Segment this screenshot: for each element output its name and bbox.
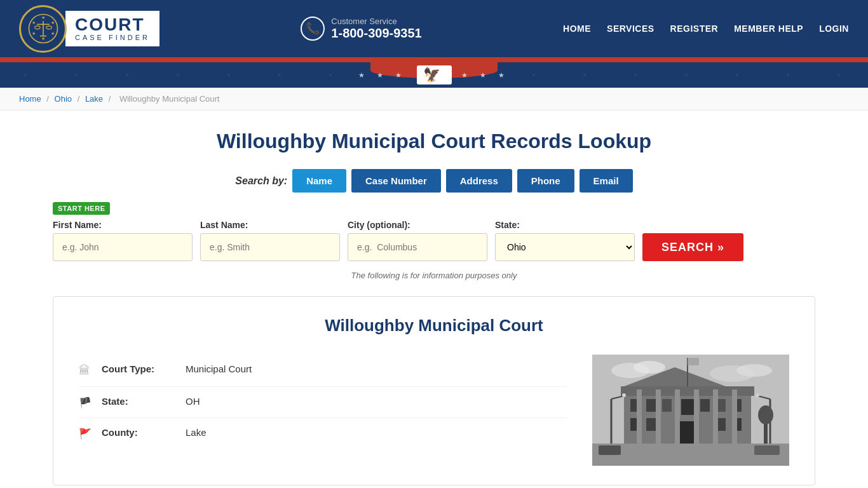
- banner-eagle: ★ ★ ★ 🦅 ★ ★ ★: [358, 65, 509, 85]
- court-type-value: Municipal Court: [186, 363, 252, 374]
- nav-login[interactable]: LOGIN: [819, 24, 849, 34]
- star-left: ★ ★ ★: [358, 71, 407, 79]
- court-type-icon: 🏛: [79, 364, 94, 377]
- svg-rect-34: [675, 390, 680, 444]
- breadcrumb-home[interactable]: Home: [19, 94, 41, 104]
- court-county-value: Lake: [186, 427, 207, 438]
- page-title: Willoughby Municipal Court Records Looku…: [53, 130, 815, 153]
- svg-rect-23: [700, 399, 710, 412]
- svg-text:★: ★: [32, 20, 36, 25]
- svg-rect-20: [646, 399, 656, 412]
- phone-number: 1-800-309-9351: [331, 26, 421, 41]
- svg-rect-32: [637, 390, 642, 444]
- tab-name[interactable]: Name: [292, 169, 346, 193]
- state-group: State: Ohio Alabama Alaska Arizona Calif…: [495, 220, 635, 261]
- star-right: ★ ★ ★: [461, 71, 510, 79]
- svg-rect-27: [646, 418, 656, 431]
- state-select[interactable]: Ohio Alabama Alaska Arizona California F…: [495, 233, 635, 261]
- last-name-input[interactable]: [200, 233, 340, 261]
- court-state-value: OH: [186, 396, 200, 407]
- svg-point-46: [756, 393, 759, 397]
- svg-rect-33: [656, 390, 661, 444]
- court-county-label: County:: [102, 427, 178, 438]
- svg-rect-48: [754, 445, 780, 455]
- main-nav: HOME SERVICES REGISTER MEMBER HELP LOGIN: [563, 24, 849, 34]
- customer-service-label: Customer Service: [331, 17, 421, 26]
- tab-email[interactable]: Email: [580, 169, 633, 193]
- nav-register[interactable]: REGISTER: [670, 24, 719, 34]
- court-county-row: 🚩 County: Lake: [79, 418, 567, 449]
- svg-rect-36: [713, 390, 718, 444]
- search-by-area: Search by: Name Case Number Address Phon…: [53, 169, 815, 193]
- svg-text:★: ★: [41, 15, 45, 20]
- site-header: ★ ★ ★ ★ ★ ★ COURT CASE FINDER 📞 Custo: [0, 0, 868, 57]
- breadcrumb-ohio[interactable]: Ohio: [55, 94, 72, 104]
- logo-text: COURT CASE FINDER: [65, 11, 159, 46]
- first-name-label: First Name:: [53, 220, 193, 230]
- svg-point-10: [46, 26, 51, 29]
- court-image: [592, 355, 789, 466]
- eagle-icon: 🦅: [417, 65, 452, 85]
- state-label: State:: [495, 220, 635, 230]
- tab-phone[interactable]: Phone: [517, 169, 574, 193]
- nav-member-help[interactable]: MEMBER HELP: [734, 24, 803, 34]
- svg-point-14: [634, 361, 665, 374]
- svg-rect-21: [662, 399, 672, 412]
- first-name-input[interactable]: [53, 233, 193, 261]
- court-card-title: Willoughby Municipal Court: [79, 316, 789, 336]
- court-building: [592, 355, 789, 466]
- search-by-label: Search by:: [235, 175, 287, 187]
- tab-address[interactable]: Address: [446, 169, 512, 193]
- svg-rect-35: [694, 390, 699, 444]
- info-note: The following is for information purpose…: [53, 271, 815, 280]
- last-name-label: Last Name:: [200, 220, 340, 230]
- start-here-badge: START HERE: [53, 202, 110, 215]
- breadcrumb-sep2: /: [78, 94, 82, 104]
- header-stripe: [0, 57, 868, 62]
- svg-point-9: [34, 26, 39, 29]
- court-details: 🏛 Court Type: Municipal Court 🏴 State: O…: [79, 355, 567, 466]
- logo-area: ★ ★ ★ ★ ★ ★ COURT CASE FINDER: [19, 5, 159, 53]
- city-group: City (optional):: [348, 220, 487, 261]
- city-label: City (optional):: [348, 220, 487, 230]
- svg-text:★: ★: [51, 31, 55, 36]
- svg-point-50: [758, 405, 773, 424]
- svg-text:★: ★: [41, 36, 45, 41]
- svg-rect-40: [688, 358, 699, 365]
- court-state-label: State:: [102, 396, 178, 407]
- phone-icon: 📞: [301, 17, 325, 41]
- logo-court: COURT: [75, 16, 150, 34]
- svg-rect-47: [599, 445, 621, 455]
- court-type-label: Court Type:: [102, 363, 178, 374]
- logo-case-finder: CASE FINDER: [75, 34, 150, 41]
- first-name-group: First Name:: [53, 220, 193, 261]
- svg-point-16: [736, 364, 772, 377]
- main-content: Willoughby Municipal Court Records Looku…: [27, 111, 841, 488]
- nav-services[interactable]: SERVICES: [607, 24, 654, 34]
- breadcrumb-lake[interactable]: Lake: [85, 94, 103, 104]
- breadcrumb: Home / Ohio / Lake / Willoughby Municipa…: [0, 88, 868, 111]
- breadcrumb-sep1: /: [46, 94, 51, 104]
- last-name-group: Last Name:: [200, 220, 340, 261]
- tab-case-number[interactable]: Case Number: [351, 169, 441, 193]
- svg-point-43: [622, 393, 626, 397]
- court-card-body: 🏛 Court Type: Municipal Court 🏴 State: O…: [79, 355, 789, 466]
- court-state-icon: 🏴: [79, 396, 94, 409]
- customer-service: 📞 Customer Service 1-800-309-9351: [301, 17, 421, 41]
- search-button[interactable]: SEARCH »: [642, 233, 743, 261]
- svg-rect-37: [732, 390, 737, 444]
- svg-text:★: ★: [51, 20, 55, 25]
- breadcrumb-current: Willoughby Municipal Court: [119, 94, 220, 104]
- court-card: Willoughby Municipal Court 🏛 Court Type:…: [53, 296, 815, 485]
- court-county-icon: 🚩: [79, 428, 94, 440]
- city-input[interactable]: [348, 233, 487, 261]
- svg-text:★: ★: [32, 31, 36, 36]
- nav-home[interactable]: HOME: [563, 24, 591, 34]
- breadcrumb-sep3: /: [109, 94, 113, 104]
- court-type-row: 🏛 Court Type: Municipal Court: [79, 355, 567, 387]
- search-form: First Name: Last Name: City (optional): …: [53, 220, 815, 261]
- court-state-row: 🏴 State: OH: [79, 387, 567, 418]
- banner: ★ ★ ★ 🦅 ★ ★ ★: [0, 62, 868, 88]
- logo-circle: ★ ★ ★ ★ ★ ★: [19, 5, 67, 53]
- svg-rect-22: [681, 399, 694, 415]
